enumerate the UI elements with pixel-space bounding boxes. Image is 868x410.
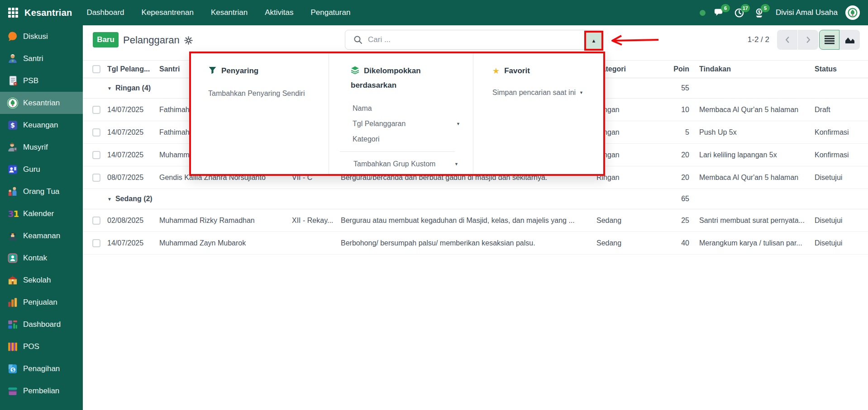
sidebar-item-label: PSB — [23, 76, 38, 85]
sidebar-item-penjualan[interactable]: Penjualan — [0, 291, 83, 313]
groupby-option-nama[interactable]: Nama — [353, 101, 460, 116]
finance-icon: $ — [6, 119, 19, 131]
sidebar-item-sekolah[interactable]: Sekolah — [0, 269, 83, 291]
groupby-option-tgl-pelanggaran[interactable]: Tgl Pelanggaran▼ — [353, 116, 460, 132]
cell-status: Draft — [815, 106, 868, 114]
cell-status: Konfirmasi — [815, 128, 868, 137]
sidebar-item-santri[interactable]: Santri — [0, 47, 83, 70]
row-checkbox[interactable] — [92, 217, 100, 225]
cell-tindakan: Membaca Al Qur'an 5 halaman — [693, 106, 815, 114]
row-checkbox[interactable] — [92, 151, 100, 159]
view-switcher — [819, 30, 860, 50]
save-current-search[interactable]: Simpan pencarian saat ini ▼ — [492, 89, 603, 97]
topbar-menu-kepesantrenan[interactable]: Kepesantrenan — [142, 8, 194, 17]
document-icon — [6, 75, 19, 87]
search-panel-toggle-button[interactable]: ▲ — [584, 31, 603, 51]
group-title: Sedang (2) — [115, 195, 153, 203]
sidebar-item-psb[interactable]: PSB — [0, 70, 83, 92]
list-icon — [825, 35, 835, 44]
sidebar-item-diskusi[interactable]: Diskusi — [0, 25, 83, 47]
caret-down-icon: ▼ — [579, 90, 583, 95]
dashboard-icon — [6, 318, 19, 330]
sidebar-item-pos[interactable]: POS — [0, 335, 83, 358]
school-icon — [6, 274, 19, 286]
activities-badge: 17 — [741, 4, 750, 12]
sidebar-item-label: Guru — [23, 165, 40, 174]
logo-icon — [6, 97, 19, 109]
row-checkbox-cell — [83, 217, 107, 225]
topbar-menu-pengaturan[interactable]: Pengaturan — [310, 8, 350, 17]
header-tgl[interactable]: Tgl Pelang... — [107, 65, 159, 73]
cell-kategori: Sedang — [596, 217, 664, 225]
list-view-button[interactable] — [819, 30, 839, 50]
cell-santri: Muhammad Rizky Ramadhan — [159, 217, 292, 225]
table-row[interactable]: 02/08/2025Muhammad Rizky RamadhanXII - R… — [83, 209, 868, 232]
sidebar-item-label: Pembelian — [23, 386, 59, 396]
row-checkbox[interactable] — [92, 106, 100, 114]
header-poin[interactable]: Poin — [664, 65, 693, 73]
sidebar-item-guru[interactable]: Guru — [0, 158, 83, 180]
row-checkbox[interactable] — [92, 128, 100, 137]
pager-prev-button[interactable] — [777, 30, 797, 50]
group-collapse-caret-icon[interactable]: ▼ — [107, 197, 112, 202]
cell-kelas: XII - Rekay... — [292, 217, 341, 225]
sidebar-item-musyrif[interactable]: Musyrif — [0, 136, 83, 158]
add-custom-filter[interactable]: Tambahkan Penyaring Sendiri — [208, 90, 329, 98]
security-icon — [6, 230, 19, 242]
sidebar-item-kalender[interactable]: 31Kalender — [0, 203, 83, 225]
topbar-menu-kesantrian[interactable]: Kesantrian — [211, 8, 248, 17]
favorites-section: ★Favorit Simpan pencarian saat ini ▼ — [473, 53, 603, 174]
cell-poin: 20 — [664, 151, 693, 159]
activities-icon[interactable]: 17 — [733, 7, 745, 19]
graph-view-button[interactable] — [839, 30, 860, 50]
groupby-option-kategori[interactable]: Kategori — [353, 132, 460, 147]
cell-status: Disetujui — [815, 174, 868, 182]
apps-grid-icon[interactable] — [8, 8, 18, 18]
sidebar-item-pembelian[interactable]: Pembelian — [0, 380, 83, 402]
add-custom-group[interactable]: Tambahkan Grup Kustom ▼ — [353, 156, 458, 172]
header-status[interactable]: Status — [815, 65, 868, 73]
status-dot — [700, 10, 706, 16]
company-name[interactable]: Divisi Amal Usaha — [776, 8, 838, 17]
cell-poin: 10 — [664, 106, 693, 114]
sidebar-item-kontak[interactable]: Kontak — [0, 247, 83, 269]
sidebar-item-label: Keamanan — [23, 231, 60, 240]
pager-next-button[interactable] — [798, 30, 818, 50]
cell-tgl-pelanggaran: 14/07/2025 — [107, 151, 159, 159]
user-avatar[interactable] — [845, 5, 860, 20]
messages-icon[interactable]: 6 — [713, 7, 725, 19]
annotation-arrow — [608, 33, 661, 48]
groupby-option-label: Kategori — [353, 135, 380, 143]
topbar-menu-dashboard[interactable]: Dashboard — [86, 8, 124, 17]
group-label: ▼Sedang (2) — [83, 195, 664, 203]
topbar: Kesantrian DashboardKepesantrenanKesantr… — [0, 0, 868, 25]
row-checkbox[interactable] — [92, 239, 100, 247]
app-brand[interactable]: Kesantrian — [24, 8, 72, 18]
cell-tindakan: Push Up 5x — [693, 128, 815, 137]
sidebar-item-keuangan[interactable]: $Keuangan — [0, 114, 83, 136]
row-checkbox[interactable] — [92, 174, 100, 182]
cell-santri: Muhammad Zayn Mubarok — [159, 239, 292, 247]
select-all-checkbox[interactable] — [92, 65, 100, 73]
cell-poin: 5 — [664, 128, 693, 137]
sidebar-item-label: Orang Tua — [23, 187, 59, 196]
sidebar-item-keamanan[interactable]: Keamanan — [0, 225, 83, 247]
group-row-sedang-2[interactable]: ▼Sedang (2)65 — [83, 189, 868, 209]
group-collapse-caret-icon[interactable]: ▼ — [107, 86, 112, 91]
gear-icon[interactable] — [184, 36, 193, 45]
sidebar-item-stok-persediaan[interactable]: Stok Persediaan — [0, 402, 83, 410]
sidebar-item-penagihan[interactable]: $Penagihan — [0, 358, 83, 380]
search-input[interactable] — [367, 35, 603, 45]
topbar-menu-aktivitas[interactable]: Aktivitas — [265, 8, 293, 17]
sidebar-item-kesantrian[interactable]: Kesantrian — [0, 92, 83, 114]
sales-money-icon[interactable]: $ 5 — [753, 7, 765, 19]
sidebar-item-label: Santri — [23, 54, 43, 63]
cell-tindakan: Lari keliling lapangan 5x — [693, 151, 815, 159]
new-record-button[interactable]: Baru — [93, 32, 119, 47]
sidebar-item-dashboard[interactable]: Dashboard — [0, 313, 83, 335]
header-kategori[interactable]: Kategori — [596, 65, 664, 73]
table-row[interactable]: 14/07/2025Muhammad Zayn MubarokBerbohong… — [83, 232, 868, 254]
sidebar-item-label: Diskusi — [23, 32, 48, 41]
header-tindakan[interactable]: Tindakan — [693, 65, 815, 73]
sidebar-item-orang-tua[interactable]: Orang Tua — [0, 180, 83, 203]
